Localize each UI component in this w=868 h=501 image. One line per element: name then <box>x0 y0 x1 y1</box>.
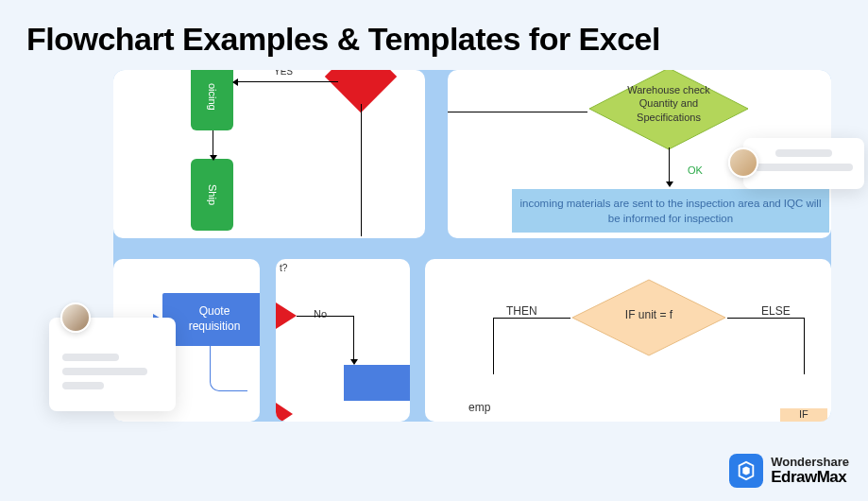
flow-box-inspection: incoming materials are sent to the inspe… <box>512 189 829 233</box>
user-card <box>743 138 864 189</box>
skeleton-line <box>62 382 104 389</box>
decision-text: Warehouse check Quantity and Specificati… <box>587 83 750 124</box>
skeleton-line <box>62 368 147 375</box>
flow-box-invoicing: oicing <box>191 70 233 130</box>
flow-box <box>344 365 410 401</box>
avatar <box>728 147 758 178</box>
arrow <box>669 147 670 185</box>
arrow <box>234 81 338 82</box>
template-card-invoicing[interactable]: oicing Ship YES <box>113 70 425 238</box>
branch-label-yes: YES <box>274 70 293 77</box>
label-fragment: IF <box>799 408 808 420</box>
brand-product: EdrawMax <box>771 469 849 486</box>
page-title: Flowchart Examples & Templates for Excel <box>26 21 660 58</box>
brand-name: Wondershare EdrawMax <box>771 456 849 485</box>
arrow <box>448 112 587 112</box>
arrow <box>297 316 353 317</box>
decision-warehouse: Warehouse check Quantity and Specificati… <box>587 70 750 151</box>
flow-box-quote: Quote requisition <box>162 293 260 346</box>
branch-label-else: ELSE <box>761 304 791 318</box>
label-fragment: emp <box>468 401 490 414</box>
brand-company: Wondershare <box>771 456 849 469</box>
avatar <box>60 302 91 333</box>
arrow <box>361 104 362 236</box>
template-gallery: oicing Ship YES Warehouse check Quantity… <box>113 70 831 422</box>
edrawmax-icon <box>729 454 763 488</box>
branch-label-ok: OK <box>688 164 703 176</box>
template-card-decision[interactable]: t? No <box>276 259 410 422</box>
decision-text: IF unit = f <box>570 308 727 321</box>
brand-logo[interactable]: Wondershare EdrawMax <box>729 454 849 488</box>
flow-box-ship: Ship <box>191 159 233 231</box>
decision-triangle <box>276 403 293 422</box>
connector <box>210 346 247 391</box>
template-card-ifelse[interactable]: IF unit = f THEN ELSE emp IF <box>425 259 831 422</box>
arrow <box>213 130 213 159</box>
skeleton-line <box>755 164 853 171</box>
user-card <box>49 318 176 411</box>
branch-label-then: THEN <box>506 304 537 318</box>
skeleton-line <box>775 149 832 157</box>
connector <box>727 318 805 374</box>
skeleton-line <box>62 354 119 361</box>
label-fragment: t? <box>276 261 291 275</box>
connector <box>493 318 570 374</box>
arrow <box>353 316 354 363</box>
branch-label-no: No <box>314 308 327 320</box>
decision-if: IF unit = f <box>570 278 727 357</box>
decision-triangle <box>276 302 297 329</box>
